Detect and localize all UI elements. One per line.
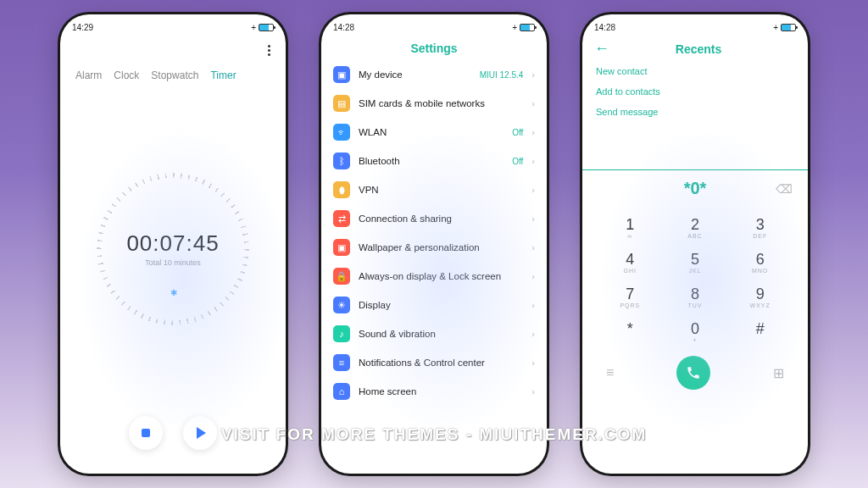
- key-letters: PQRS: [598, 302, 663, 308]
- battery-icon: [259, 24, 274, 31]
- settings-row[interactable]: ♪Sound & vibration›: [321, 319, 547, 348]
- action-add-to-contacts[interactable]: Add to contacts: [596, 86, 794, 97]
- dialpad-toggle-button[interactable]: ⊞: [773, 365, 784, 381]
- chevron-right-icon: ›: [531, 242, 535, 252]
- backspace-button[interactable]: ⌫: [776, 182, 793, 196]
- key-letters: ABC: [663, 233, 728, 239]
- keypad-key[interactable]: 5JKL: [663, 245, 728, 280]
- recents-list-button[interactable]: ≡: [606, 365, 614, 380]
- status-time: 14:29: [72, 23, 93, 32]
- keypad-key[interactable]: 7PQRS: [598, 280, 663, 314]
- status-time: 14:28: [333, 23, 354, 32]
- status-plus: +: [773, 23, 778, 32]
- dial-input[interactable]: *0*: [596, 179, 794, 198]
- keypad-key[interactable]: 9WXYZ: [727, 280, 793, 314]
- tab-clock[interactable]: Clock: [114, 69, 139, 81]
- settings-item-label: Notifications & Control center: [359, 358, 523, 368]
- key-digit: 9: [727, 286, 793, 303]
- menu-button[interactable]: [264, 42, 274, 59]
- settings-item-label: Bluetooth: [359, 156, 504, 166]
- key-digit: 4: [598, 251, 663, 269]
- settings-row[interactable]: ⬮VPN›: [321, 175, 547, 204]
- dial-input-row: *0* ⌫: [582, 169, 808, 207]
- settings-item-icon: ⌂: [333, 383, 350, 400]
- status-plus: +: [512, 23, 517, 32]
- key-letters: ∞: [598, 233, 663, 239]
- settings-row[interactable]: ᯤWLANOff›: [321, 118, 547, 147]
- keypad-key[interactable]: *: [598, 314, 663, 349]
- key-digit: *: [598, 320, 663, 338]
- settings-item-label: My device: [359, 69, 471, 80]
- chevron-right-icon: ›: [531, 300, 535, 310]
- timer-digits: 00:07:45: [126, 230, 219, 257]
- battery-icon: [520, 24, 535, 31]
- settings-item-value: Off: [512, 128, 523, 137]
- settings-list[interactable]: ▣My deviceMIUI 12.5.4›▤SIM cards & mobil…: [321, 60, 547, 474]
- settings-row[interactable]: ▣Wallpaper & personalization›: [321, 233, 547, 262]
- key-digit: 7: [598, 286, 663, 303]
- tab-timer[interactable]: Timer: [210, 69, 236, 81]
- statusbar: 14:28 +: [321, 14, 547, 35]
- key-digit: 5: [663, 251, 728, 269]
- key-digit: 6: [727, 251, 793, 269]
- settings-item-label: Display: [359, 300, 523, 310]
- settings-item-icon: ≡: [333, 354, 350, 371]
- chevron-right-icon: ›: [531, 127, 535, 137]
- settings-item-icon: ⬮: [333, 181, 350, 198]
- key-digit: #: [727, 320, 793, 338]
- keypad-key[interactable]: 6MNO: [727, 245, 793, 280]
- key-letters: DEF: [727, 233, 793, 239]
- phone-timer: 14:29 + Alarm Clock Stopwatch Timer 00:0…: [60, 14, 286, 474]
- key-digit: 3: [727, 216, 793, 234]
- action-new-contact[interactable]: New contact: [596, 66, 794, 76]
- key-digit: 2: [663, 216, 728, 234]
- keypad-key[interactable]: 1∞: [598, 210, 663, 245]
- statusbar: 14:28 +: [582, 14, 808, 35]
- settings-item-label: Connection & sharing: [359, 214, 523, 224]
- settings-row[interactable]: ᛒBluetoothOff›: [321, 147, 547, 175]
- keypad-key[interactable]: #: [727, 314, 793, 349]
- key-letters: TUV: [663, 302, 728, 308]
- key-digit: 0: [663, 320, 728, 338]
- chevron-right-icon: ›: [531, 185, 535, 195]
- chevron-right-icon: ›: [531, 214, 535, 224]
- play-button[interactable]: [183, 416, 217, 450]
- settings-row[interactable]: ☀Display›: [321, 291, 547, 319]
- key-letters: WXYZ: [727, 302, 793, 308]
- chevron-right-icon: ›: [531, 329, 535, 339]
- settings-row[interactable]: ⇄Connection & sharing›: [321, 204, 547, 233]
- settings-row[interactable]: ⌂Home screen›: [321, 377, 547, 406]
- keypad-key[interactable]: 0+: [663, 314, 728, 349]
- chevron-right-icon: ›: [531, 98, 535, 108]
- key-letters: MNO: [727, 268, 793, 274]
- status-time: 14:28: [594, 23, 615, 32]
- keypad-key[interactable]: 2ABC: [663, 210, 728, 245]
- tab-stopwatch[interactable]: Stopwatch: [151, 69, 198, 81]
- tab-alarm[interactable]: Alarm: [75, 69, 102, 81]
- key-digit: 8: [663, 286, 728, 303]
- stop-button[interactable]: [129, 416, 163, 450]
- settings-item-label: Wallpaper & personalization: [359, 242, 523, 252]
- timer-display: 00:07:45 Total 10 minutes: [60, 81, 286, 416]
- settings-item-label: Sound & vibration: [359, 329, 523, 339]
- page-title: Settings: [321, 35, 547, 60]
- key-letters: GHI: [598, 268, 663, 274]
- settings-row[interactable]: ▤SIM cards & mobile networks›: [321, 89, 547, 118]
- dial-handle-icon[interactable]: [170, 284, 175, 289]
- chevron-right-icon: ›: [531, 69, 535, 80]
- chevron-right-icon: ›: [531, 271, 535, 281]
- dialer-actions: New contact Add to contacts Send message: [582, 58, 808, 125]
- action-send-message[interactable]: Send message: [596, 107, 794, 117]
- call-button[interactable]: [676, 356, 710, 390]
- settings-row[interactable]: ≡Notifications & Control center›: [321, 348, 547, 377]
- phone-icon: [686, 365, 701, 380]
- keypad-key[interactable]: 4GHI: [598, 245, 663, 280]
- keypad-key[interactable]: 3DEF: [727, 210, 793, 245]
- keypad-key[interactable]: 8TUV: [663, 280, 728, 314]
- settings-row[interactable]: ▣My deviceMIUI 12.5.4›: [321, 60, 547, 89]
- chevron-right-icon: ›: [531, 156, 535, 166]
- settings-item-label: Always-on display & Lock screen: [359, 271, 523, 281]
- battery-icon: [781, 24, 796, 31]
- page-title: Recents: [601, 42, 796, 56]
- settings-row[interactable]: 🔒Always-on display & Lock screen›: [321, 262, 547, 291]
